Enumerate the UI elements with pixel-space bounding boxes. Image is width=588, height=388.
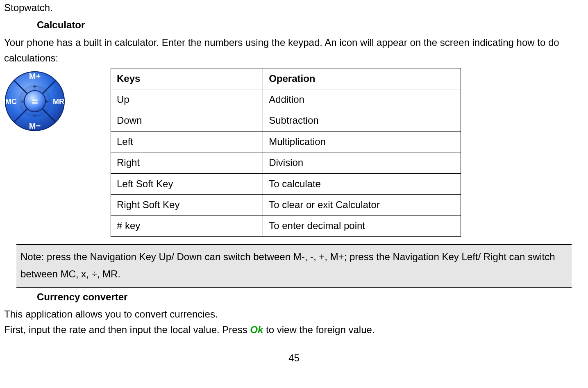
currency-line-1: This application allows you to convert c… [4,306,584,322]
keypad-left-outer-label: MC [5,98,17,106]
table-row: Down Subtraction [111,110,461,131]
keypad-down-outer-label: M− [29,121,41,130]
calculator-heading: Calculator [37,17,584,33]
keypad-up-inner-label: + [33,83,37,91]
cell-keys: Up [111,89,263,110]
calculator-intro: Your phone has a built in calculator. En… [4,35,584,66]
keypad-right-inner-label: ÷ [45,98,49,106]
note-text: Note: press the Navigation Key Up/ Down … [20,251,555,279]
cell-operation: Division [263,152,461,173]
cell-operation: Multiplication [263,131,461,152]
cell-operation: Addition [263,89,461,110]
calculator-note: Note: press the Navigation Key Up/ Down … [16,244,572,288]
table-row: Left Multiplication [111,131,461,152]
table-header-row: Keys Operation [111,68,461,89]
currency-heading: Currency converter [37,289,584,305]
cell-operation: To clear or exit Calculator [263,194,461,215]
table-row: Left Soft Key To calculate [111,173,461,194]
cell-keys: Right [111,152,263,173]
keypad-up-outer-label: M+ [29,72,41,81]
document-page: Stopwatch. Calculator Your phone has a b… [4,0,584,366]
cell-operation: Subtraction [263,110,461,131]
cell-keys: Right Soft Key [111,194,263,215]
stopwatch-line: Stopwatch. [4,0,584,16]
cell-keys: # key [111,216,263,236]
keypad-down-inner-label: − [33,111,37,119]
header-keys: Keys [111,68,263,89]
keypad-center-label: = [32,95,38,108]
ok-softkey-label: Ok [250,324,263,335]
table-row: Right Soft Key To clear or exit Calculat… [111,194,461,215]
currency-line-2-after: to view the foreign value. [263,324,375,335]
keypad-left-inner-label: × [21,98,25,106]
currency-line-2-before: First, input the rate and then input the… [4,324,250,335]
table-row: # key To enter decimal point [111,216,461,236]
cell-keys: Left Soft Key [111,173,263,194]
table-row: Up Addition [111,89,461,110]
table-row: Right Division [111,152,461,173]
cell-operation: To enter decimal point [263,216,461,236]
page-number: 45 [4,350,584,366]
keypad-right-outer-label: MR [53,98,64,106]
cell-keys: Down [111,110,263,131]
calculator-keys-table: Keys Operation Up Addition Down Subtract… [111,68,461,237]
navigation-keypad-icon: M+ M− MC MR + − × ÷ = [4,70,66,132]
cell-operation: To calculate [263,173,461,194]
calculator-content-row: M+ M− MC MR + − × ÷ = Keys Operation Up [4,68,584,237]
header-operation: Operation [263,68,461,89]
cell-keys: Left [111,131,263,152]
currency-line-2: First, input the rate and then input the… [4,322,584,338]
